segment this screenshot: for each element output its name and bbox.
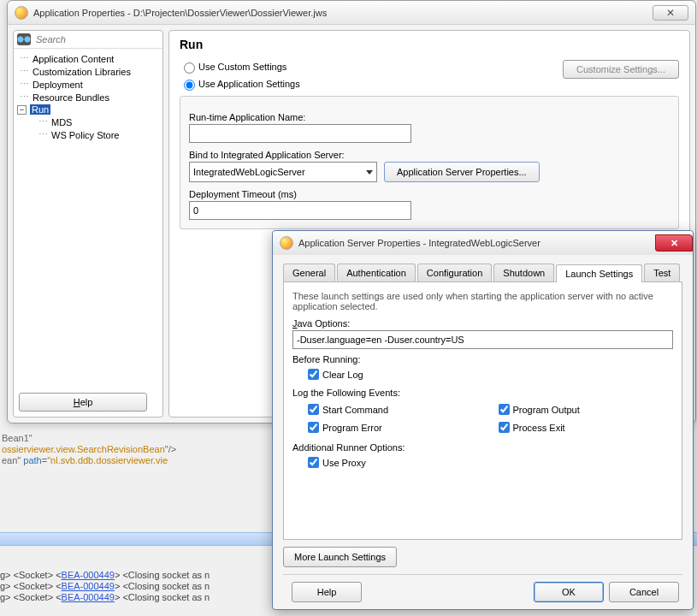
titlebar[interactable]: Application Properties - D:\Projecten\Do… [8, 1, 695, 25]
window-icon [280, 236, 293, 250]
runtime-name-input[interactable] [189, 124, 411, 143]
app-server-properties-button[interactable]: Application Server Properties... [384, 162, 540, 182]
bind-server-select[interactable]: IntegratedWebLogicServer [189, 162, 377, 182]
tab-test[interactable]: Test [644, 264, 680, 281]
ok-button[interactable]: OK [534, 582, 604, 602]
tab-bar: General Authentication Configuration Shu… [283, 264, 682, 282]
use-proxy-checkbox[interactable]: Use Proxy [304, 454, 673, 471]
close-button[interactable]: ✕ [655, 234, 693, 252]
runtime-name-label: Run-time Application Name: [189, 112, 670, 122]
tab-launch-settings[interactable]: Launch Settings [556, 264, 642, 282]
customize-settings-button: Customize Settings... [563, 60, 679, 79]
dialog-titlebar[interactable]: Application Server Properties - Integrat… [273, 231, 693, 255]
dialog-help-button[interactable]: Help [292, 582, 362, 602]
java-options-input[interactable] [292, 330, 673, 349]
page-heading: Run [180, 38, 679, 51]
tree-item[interactable]: ⋯Resource Bundles [15, 91, 161, 104]
tree-item[interactable]: ⋯MDS [34, 116, 161, 128]
program-error-checkbox[interactable]: Program Error [304, 419, 483, 435]
clear-log-checkbox[interactable]: Clear Log [304, 366, 673, 382]
left-panel: ⋯Application Content ⋯Customization Libr… [13, 30, 163, 418]
process-exit-checkbox[interactable]: Process Exit [495, 419, 674, 435]
additional-runner-label: Additional Runner Options: [292, 442, 673, 453]
java-options-label: Java Options: [292, 318, 673, 329]
hint-text: These launch settings are used only when… [292, 291, 673, 311]
help-button[interactable]: Help [19, 393, 147, 412]
tree-item[interactable]: ⋯Deployment [15, 78, 161, 91]
search-input[interactable] [34, 33, 159, 45]
close-button[interactable]: ✕ [653, 5, 688, 21]
before-running-label: Before Running: [292, 354, 673, 364]
tab-shutdown[interactable]: Shutdown [493, 264, 554, 281]
dialog-title: Application Server Properties - Integrat… [298, 238, 540, 248]
more-launch-settings-button[interactable]: More Launch Settings [283, 547, 397, 567]
start-command-checkbox[interactable]: Start Command [304, 401, 483, 418]
radio-custom-settings[interactable]: Use Custom Settings [180, 60, 563, 74]
window-icon [15, 6, 28, 20]
tab-configuration[interactable]: Configuration [417, 264, 492, 281]
tree-expander[interactable]: − [17, 105, 27, 115]
tab-general[interactable]: General [283, 264, 335, 281]
search-icon [17, 33, 31, 45]
program-output-checkbox[interactable]: Program Output [495, 401, 674, 418]
timeout-label: Deployment Timeout (ms) [189, 189, 670, 199]
timeout-input[interactable] [189, 201, 411, 220]
chevron-down-icon [366, 170, 373, 175]
tree-item[interactable]: ⋯Application Content [15, 52, 161, 65]
window-title: Application Properties - D:\Projecten\Do… [33, 8, 327, 18]
tree-item[interactable]: ⋯WS Policy Store [34, 128, 161, 141]
tab-authentication[interactable]: Authentication [337, 264, 416, 281]
background-log: g> <Socket> <BEA-000449> <Closing socket… [0, 570, 210, 603]
launch-settings-pane: These launch settings are used only when… [283, 282, 682, 540]
radio-application-settings[interactable]: Use Application Settings [180, 77, 563, 91]
nav-tree[interactable]: ⋯Application Content ⋯Customization Libr… [14, 49, 162, 387]
log-events-label: Log the Following Events: [292, 388, 673, 398]
tree-item-run[interactable]: − Run [15, 104, 161, 116]
tree-item[interactable]: ⋯Customization Libraries [15, 65, 161, 78]
bind-server-label: Bind to Integrated Application Server: [189, 150, 670, 160]
cancel-button[interactable]: Cancel [609, 582, 679, 602]
app-server-properties-dialog: Application Server Properties - Integrat… [272, 230, 694, 610]
settings-group: Run-time Application Name: Bind to Integ… [180, 96, 679, 229]
